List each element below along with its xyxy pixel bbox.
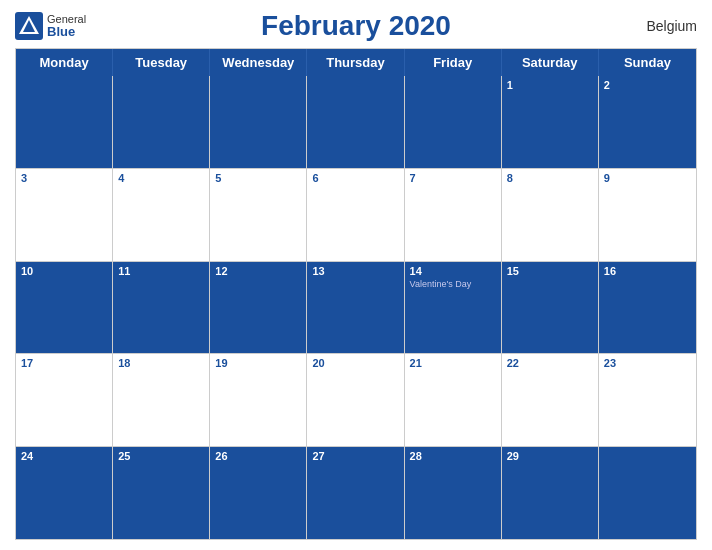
day-number: 21 bbox=[410, 357, 496, 369]
header-saturday: Saturday bbox=[502, 49, 599, 76]
day-cell: 11 bbox=[113, 262, 210, 354]
day-cell: 9 bbox=[599, 169, 696, 261]
day-cell: 24 bbox=[16, 447, 113, 539]
day-cell: 4 bbox=[113, 169, 210, 261]
page-title: February 2020 bbox=[261, 10, 451, 42]
day-cell: 16 bbox=[599, 262, 696, 354]
day-number: 3 bbox=[21, 172, 107, 184]
day-cell: 27 bbox=[307, 447, 404, 539]
logo-text: General Blue bbox=[47, 13, 86, 39]
day-number: 1 bbox=[507, 79, 593, 91]
day-number: 14 bbox=[410, 265, 496, 277]
country-label: Belgium bbox=[646, 18, 697, 34]
day-number: 25 bbox=[118, 450, 204, 462]
day-cell: 1 bbox=[502, 76, 599, 168]
logo: General Blue bbox=[15, 12, 86, 40]
day-cell: 10 bbox=[16, 262, 113, 354]
day-cell: 17 bbox=[16, 354, 113, 446]
calendar-grid: Monday Tuesday Wednesday Thursday Friday… bbox=[15, 48, 697, 540]
day-cell: 12 bbox=[210, 262, 307, 354]
day-cell: 20 bbox=[307, 354, 404, 446]
day-number: 29 bbox=[507, 450, 593, 462]
day-number: 12 bbox=[215, 265, 301, 277]
day-cell bbox=[599, 447, 696, 539]
day-cell: 14Valentine's Day bbox=[405, 262, 502, 354]
week-row-5: 242526272829 bbox=[16, 446, 696, 539]
logo-blue: Blue bbox=[47, 25, 86, 39]
calendar-body: 1234567891011121314Valentine's Day151617… bbox=[16, 76, 696, 539]
day-cell: 18 bbox=[113, 354, 210, 446]
day-cell bbox=[16, 76, 113, 168]
day-cell: 19 bbox=[210, 354, 307, 446]
day-cell: 13 bbox=[307, 262, 404, 354]
day-number: 28 bbox=[410, 450, 496, 462]
header-sunday: Sunday bbox=[599, 49, 696, 76]
day-number: 6 bbox=[312, 172, 398, 184]
week-row-3: 1011121314Valentine's Day1516 bbox=[16, 261, 696, 354]
week-row-4: 17181920212223 bbox=[16, 353, 696, 446]
day-number: 19 bbox=[215, 357, 301, 369]
day-cell: 5 bbox=[210, 169, 307, 261]
day-cell: 2 bbox=[599, 76, 696, 168]
day-cell: 25 bbox=[113, 447, 210, 539]
logo-icon bbox=[15, 12, 43, 40]
day-number: 9 bbox=[604, 172, 691, 184]
day-cell bbox=[113, 76, 210, 168]
calendar-header: General Blue February 2020 Belgium bbox=[15, 10, 697, 42]
header-tuesday: Tuesday bbox=[113, 49, 210, 76]
header-thursday: Thursday bbox=[307, 49, 404, 76]
day-cell: 22 bbox=[502, 354, 599, 446]
header-friday: Friday bbox=[405, 49, 502, 76]
day-number: 13 bbox=[312, 265, 398, 277]
day-cell: 3 bbox=[16, 169, 113, 261]
day-cell: 15 bbox=[502, 262, 599, 354]
day-number: 20 bbox=[312, 357, 398, 369]
day-cell: 23 bbox=[599, 354, 696, 446]
day-number: 24 bbox=[21, 450, 107, 462]
day-cell: 26 bbox=[210, 447, 307, 539]
day-number: 8 bbox=[507, 172, 593, 184]
day-number: 11 bbox=[118, 265, 204, 277]
day-number: 22 bbox=[507, 357, 593, 369]
day-cell bbox=[210, 76, 307, 168]
day-cell: 29 bbox=[502, 447, 599, 539]
day-cell bbox=[405, 76, 502, 168]
event-label: Valentine's Day bbox=[410, 279, 496, 289]
day-cell: 8 bbox=[502, 169, 599, 261]
day-number: 17 bbox=[21, 357, 107, 369]
header-monday: Monday bbox=[16, 49, 113, 76]
day-number: 18 bbox=[118, 357, 204, 369]
day-number: 4 bbox=[118, 172, 204, 184]
day-cell bbox=[307, 76, 404, 168]
week-row-1: 12 bbox=[16, 76, 696, 168]
week-row-2: 3456789 bbox=[16, 168, 696, 261]
day-number: 2 bbox=[604, 79, 691, 91]
day-number: 7 bbox=[410, 172, 496, 184]
day-cell: 21 bbox=[405, 354, 502, 446]
day-number: 16 bbox=[604, 265, 691, 277]
calendar-container: General Blue February 2020 Belgium Monda… bbox=[0, 0, 712, 550]
day-number: 15 bbox=[507, 265, 593, 277]
day-headers-row: Monday Tuesday Wednesday Thursday Friday… bbox=[16, 49, 696, 76]
day-cell: 28 bbox=[405, 447, 502, 539]
day-cell: 7 bbox=[405, 169, 502, 261]
header-wednesday: Wednesday bbox=[210, 49, 307, 76]
day-number: 23 bbox=[604, 357, 691, 369]
day-cell: 6 bbox=[307, 169, 404, 261]
day-number: 26 bbox=[215, 450, 301, 462]
day-number: 27 bbox=[312, 450, 398, 462]
day-number: 5 bbox=[215, 172, 301, 184]
day-number: 10 bbox=[21, 265, 107, 277]
